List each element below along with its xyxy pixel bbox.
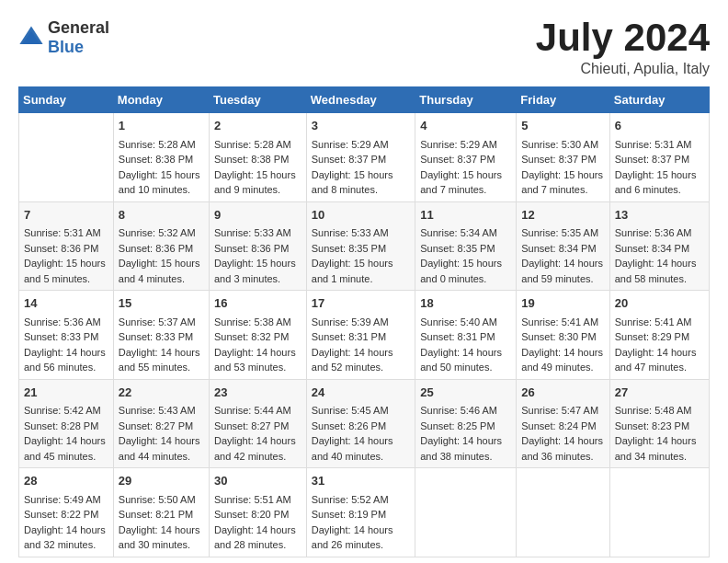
- calendar-cell: 25Sunrise: 5:46 AMSunset: 8:25 PMDayligh…: [415, 379, 517, 468]
- day-number: 10: [312, 206, 410, 224]
- calendar-cell: 7Sunrise: 5:31 AMSunset: 8:36 PMDaylight…: [19, 201, 114, 291]
- calendar-cell: 30Sunrise: 5:51 AMSunset: 8:20 PMDayligh…: [209, 468, 306, 557]
- daylight-info: Daylight: 14 hours and 44 minutes.: [119, 433, 204, 464]
- daylight-info: Daylight: 14 hours and 38 minutes.: [420, 433, 511, 464]
- sunrise-info: Sunrise: 5:35 AM: [521, 225, 604, 241]
- sunset-info: Sunset: 8:21 PM: [119, 507, 204, 523]
- sunrise-info: Sunrise: 5:43 AM: [119, 403, 204, 419]
- sunset-info: Sunset: 8:29 PM: [615, 329, 704, 345]
- sunrise-info: Sunrise: 5:39 AM: [312, 315, 410, 330]
- sunset-info: Sunset: 8:36 PM: [214, 241, 301, 257]
- calendar-week-row: 1Sunrise: 5:28 AMSunset: 8:38 PMDaylight…: [19, 113, 710, 202]
- sunset-info: Sunset: 8:19 PM: [312, 507, 410, 523]
- daylight-info: Daylight: 15 hours and 8 minutes.: [312, 167, 410, 198]
- sunset-info: Sunset: 8:37 PM: [420, 152, 511, 167]
- month-title: July 2024: [536, 18, 710, 57]
- day-number: 5: [521, 117, 604, 135]
- sunrise-info: Sunrise: 5:31 AM: [24, 225, 108, 241]
- daylight-info: Daylight: 15 hours and 5 minutes.: [24, 256, 108, 286]
- calendar-cell: [517, 468, 609, 557]
- calendar-cell: 2Sunrise: 5:28 AMSunset: 8:38 PMDaylight…: [209, 113, 306, 202]
- sunset-info: Sunset: 8:34 PM: [615, 241, 704, 257]
- sunrise-info: Sunrise: 5:33 AM: [312, 225, 410, 241]
- calendar-cell: 1Sunrise: 5:28 AMSunset: 8:38 PMDaylight…: [113, 113, 209, 202]
- sunset-info: Sunset: 8:26 PM: [312, 419, 410, 434]
- sunrise-info: Sunrise: 5:44 AM: [214, 403, 301, 419]
- calendar-cell: 6Sunrise: 5:31 AMSunset: 8:37 PMDaylight…: [609, 113, 709, 202]
- logo: General Blue: [18, 18, 109, 57]
- sunrise-info: Sunrise: 5:34 AM: [420, 225, 511, 241]
- day-number: 9: [214, 206, 301, 224]
- sunrise-info: Sunrise: 5:41 AM: [521, 315, 604, 330]
- day-number: 1: [119, 117, 204, 135]
- calendar-cell: 24Sunrise: 5:45 AMSunset: 8:26 PMDayligh…: [306, 379, 415, 468]
- day-number: 20: [615, 294, 704, 313]
- sunrise-info: Sunrise: 5:52 AM: [312, 492, 410, 508]
- calendar-cell: 20Sunrise: 5:41 AMSunset: 8:29 PMDayligh…: [609, 291, 709, 380]
- sunrise-info: Sunrise: 5:33 AM: [214, 225, 301, 241]
- day-number: 8: [119, 206, 204, 224]
- sunset-info: Sunset: 8:23 PM: [615, 419, 704, 434]
- sunrise-info: Sunrise: 5:36 AM: [24, 315, 108, 330]
- daylight-info: Daylight: 15 hours and 6 minutes.: [615, 167, 704, 198]
- daylight-info: Daylight: 14 hours and 56 minutes.: [24, 345, 108, 375]
- page-header: General Blue July 2024 Chieuti, Apulia, …: [18, 18, 710, 77]
- daylight-info: Daylight: 14 hours and 34 minutes.: [615, 433, 704, 464]
- location-title: Chieuti, Apulia, Italy: [536, 61, 710, 77]
- sunrise-info: Sunrise: 5:49 AM: [24, 492, 108, 508]
- calendar-cell: [415, 468, 517, 557]
- sunset-info: Sunset: 8:31 PM: [312, 329, 410, 345]
- sunset-info: Sunset: 8:38 PM: [119, 152, 204, 167]
- calendar-cell: 13Sunrise: 5:36 AMSunset: 8:34 PMDayligh…: [609, 201, 709, 291]
- header-sunday: Sunday: [19, 87, 114, 113]
- sunset-info: Sunset: 8:33 PM: [24, 329, 108, 345]
- sunrise-info: Sunrise: 5:29 AM: [420, 137, 511, 153]
- sunset-info: Sunset: 8:34 PM: [521, 241, 604, 257]
- calendar-cell: 29Sunrise: 5:50 AMSunset: 8:21 PMDayligh…: [113, 468, 209, 557]
- daylight-info: Daylight: 15 hours and 7 minutes.: [521, 167, 604, 198]
- header-wednesday: Wednesday: [306, 87, 415, 113]
- day-number: 4: [420, 117, 511, 135]
- day-number: 2: [214, 117, 301, 135]
- sunset-info: Sunset: 8:38 PM: [214, 152, 301, 167]
- day-number: 11: [420, 206, 511, 224]
- sunset-info: Sunset: 8:20 PM: [214, 507, 301, 523]
- sunset-info: Sunset: 8:22 PM: [24, 507, 108, 523]
- sunset-info: Sunset: 8:32 PM: [214, 329, 301, 345]
- calendar-cell: 16Sunrise: 5:38 AMSunset: 8:32 PMDayligh…: [209, 291, 306, 380]
- header-friday: Friday: [517, 87, 609, 113]
- header-saturday: Saturday: [609, 87, 709, 113]
- calendar-cell: 12Sunrise: 5:35 AMSunset: 8:34 PMDayligh…: [517, 201, 609, 291]
- calendar-table: SundayMondayTuesdayWednesdayThursdayFrid…: [18, 86, 710, 557]
- day-number: 19: [521, 294, 604, 313]
- sunset-info: Sunset: 8:31 PM: [420, 329, 511, 345]
- daylight-info: Daylight: 14 hours and 26 minutes.: [312, 523, 410, 553]
- day-number: 28: [24, 472, 108, 490]
- calendar-cell: 15Sunrise: 5:37 AMSunset: 8:33 PMDayligh…: [113, 291, 209, 380]
- daylight-info: Daylight: 15 hours and 1 minute.: [312, 256, 410, 286]
- day-number: 22: [119, 384, 204, 402]
- daylight-info: Daylight: 15 hours and 4 minutes.: [119, 256, 204, 286]
- sunset-info: Sunset: 8:37 PM: [615, 152, 704, 167]
- sunset-info: Sunset: 8:35 PM: [420, 241, 511, 257]
- day-number: 15: [119, 294, 204, 313]
- calendar-cell: 9Sunrise: 5:33 AMSunset: 8:36 PMDaylight…: [209, 201, 306, 291]
- daylight-info: Daylight: 14 hours and 40 minutes.: [312, 433, 410, 464]
- sunrise-info: Sunrise: 5:48 AM: [615, 403, 704, 419]
- sunrise-info: Sunrise: 5:51 AM: [214, 492, 301, 508]
- sunset-info: Sunset: 8:33 PM: [119, 329, 204, 345]
- day-number: 12: [521, 206, 604, 224]
- day-number: 18: [420, 294, 511, 313]
- daylight-info: Daylight: 15 hours and 7 minutes.: [420, 167, 511, 198]
- calendar-week-row: 7Sunrise: 5:31 AMSunset: 8:36 PMDaylight…: [19, 201, 710, 291]
- daylight-info: Daylight: 14 hours and 49 minutes.: [521, 345, 604, 375]
- daylight-info: Daylight: 15 hours and 9 minutes.: [214, 167, 301, 198]
- calendar-cell: 28Sunrise: 5:49 AMSunset: 8:22 PMDayligh…: [19, 468, 114, 557]
- daylight-info: Daylight: 14 hours and 58 minutes.: [615, 256, 704, 286]
- daylight-info: Daylight: 15 hours and 3 minutes.: [214, 256, 301, 286]
- header-tuesday: Tuesday: [209, 87, 306, 113]
- sunset-info: Sunset: 8:27 PM: [214, 419, 301, 434]
- sunset-info: Sunset: 8:30 PM: [521, 329, 604, 345]
- calendar-week-row: 14Sunrise: 5:36 AMSunset: 8:33 PMDayligh…: [19, 291, 710, 380]
- sunrise-info: Sunrise: 5:29 AM: [312, 137, 410, 153]
